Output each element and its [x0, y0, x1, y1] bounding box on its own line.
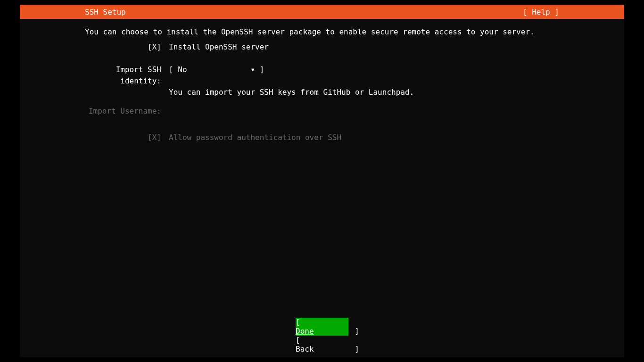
install-openssh-label: Install OpenSSH server — [169, 42, 269, 51]
allow-password-checkbox: [X] — [148, 133, 161, 142]
back-button[interactable]: [ Back ] — [296, 336, 348, 354]
done-button[interactable]: [ Done ] — [296, 318, 348, 336]
intro-text: You can choose to install the OpenSSH se… — [85, 26, 559, 38]
page-title: SSH Setup — [85, 8, 126, 16]
content-area: You can choose to install the OpenSSH se… — [20, 19, 624, 143]
help-link[interactable]: [ Help ] — [523, 8, 559, 16]
install-openssh-checkbox[interactable]: [X] — [148, 42, 161, 51]
import-username-label: Import Username: — [89, 107, 161, 115]
allow-password-label: Allow password authentication over SSH — [169, 133, 341, 142]
header-bar: SSH Setup [ Help ] — [20, 5, 624, 19]
import-identity-label: Import SSH identity: — [116, 65, 161, 85]
import-identity-hint: You can import your SSH keys from GitHub… — [169, 88, 414, 97]
installer-window: SSH Setup [ Help ] You can choose to ins… — [20, 5, 624, 357]
import-identity-dropdown[interactable]: [ No ▾ ] — [169, 64, 264, 75]
footer-buttons: [ Done ] [ Back ] — [20, 318, 624, 354]
